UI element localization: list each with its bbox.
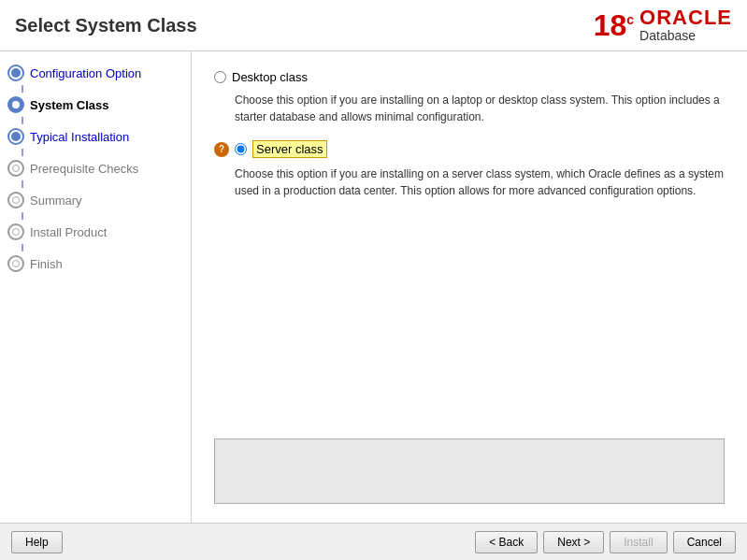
sidebar-label-config-option[interactable]: Configuration Option	[30, 66, 141, 80]
help-icon: ?	[214, 142, 229, 157]
server-class-row: ? Server class	[214, 140, 725, 158]
sidebar-item-install-product: Install Product	[0, 220, 191, 244]
desktop-class-description: Choose this option if you are installing…	[235, 92, 725, 125]
sidebar-item-typical-installation[interactable]: Typical Installation	[0, 124, 191, 149]
step-icon-typical-installation	[7, 128, 24, 145]
sidebar: Configuration Option System Class Typica…	[0, 51, 192, 523]
oracle-brand-text: ORACLE	[639, 7, 732, 28]
help-button[interactable]: Help	[11, 531, 63, 553]
step-icon-prerequisite-checks	[7, 160, 24, 177]
server-class-block: ? Server class Choose this option if you…	[214, 140, 725, 199]
step-icon-finish	[7, 255, 24, 272]
oracle-version: 18c	[594, 10, 634, 40]
sidebar-label-system-class: System Class	[30, 98, 109, 112]
step-icon-install-product	[7, 223, 24, 240]
step-icon-system-class	[7, 96, 24, 113]
sidebar-label-finish: Finish	[30, 257, 63, 271]
sidebar-item-finish: Finish	[0, 251, 191, 276]
sidebar-label-prerequisite-checks: Prerequisite Checks	[30, 162, 138, 176]
desktop-class-row: Desktop class	[214, 70, 725, 84]
sidebar-label-summary: Summary	[30, 194, 82, 208]
server-class-radio[interactable]	[235, 143, 247, 155]
footer: Help < Back Next > Install Cancel	[0, 523, 747, 560]
server-class-label[interactable]: Server class	[252, 140, 327, 158]
install-button: Install	[610, 531, 667, 553]
sidebar-item-system-class[interactable]: System Class	[0, 93, 191, 117]
sidebar-item-config-option[interactable]: Configuration Option	[0, 61, 191, 85]
oracle-db-text: Database	[639, 28, 696, 43]
next-button[interactable]: Next >	[543, 531, 604, 553]
info-area	[214, 438, 725, 504]
step-icon-summary	[7, 192, 24, 208]
sidebar-label-install-product: Install Product	[30, 225, 107, 239]
sidebar-item-summary: Summary	[0, 188, 191, 212]
desktop-class-block: Desktop class Choose this option if you …	[214, 70, 725, 125]
main-content: Configuration Option System Class Typica…	[0, 51, 747, 523]
content-area: Desktop class Choose this option if you …	[192, 51, 747, 523]
back-button[interactable]: < Back	[475, 531, 538, 553]
oracle-logo: 18c ORACLE Database	[594, 7, 732, 43]
step-icon-config-option	[7, 65, 24, 81]
page-title: Select System Class	[15, 15, 197, 36]
server-class-description: Choose this option if you are installing…	[235, 165, 725, 199]
desktop-class-label[interactable]: Desktop class	[232, 70, 308, 84]
sidebar-item-prerequisite-checks: Prerequisite Checks	[0, 156, 191, 180]
desktop-class-radio[interactable]	[214, 71, 226, 83]
footer-left: Help	[11, 531, 63, 553]
footer-right: < Back Next > Install Cancel	[475, 531, 736, 553]
sidebar-label-typical-installation[interactable]: Typical Installation	[30, 130, 129, 144]
cancel-button[interactable]: Cancel	[673, 531, 736, 553]
header: Select System Class 18c ORACLE Database	[0, 0, 747, 51]
